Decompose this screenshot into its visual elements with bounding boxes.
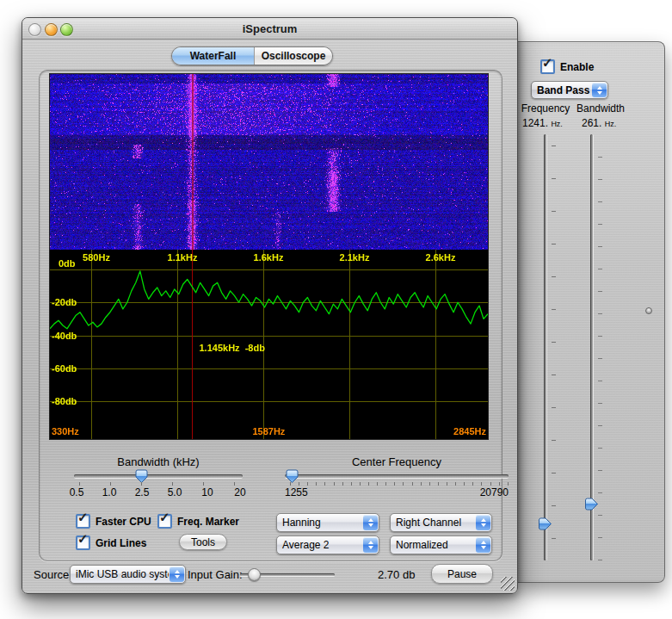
grid-lines-checkbox[interactable]: ✓ Grid Lines	[76, 535, 146, 550]
window-resize-grip[interactable]	[501, 577, 515, 591]
grid-lines-label: Grid Lines	[96, 537, 146, 549]
popup-arrows-icon	[170, 566, 184, 582]
channel-popup[interactable]: Right Channel	[390, 513, 492, 532]
source-label: Source:	[34, 568, 72, 581]
tab-waterfall[interactable]: WaterFall	[172, 47, 254, 65]
faster-cpu-checkbox[interactable]: ✓ Faster CPU	[76, 514, 151, 529]
checkbox-icon: ✓	[76, 514, 90, 529]
freq-marker-checkbox[interactable]: ✓ Freq. Marker	[157, 514, 239, 529]
spectrum-canvas[interactable]	[50, 250, 488, 439]
averaging-value: Average 2	[277, 539, 362, 551]
waterfall-canvas[interactable]	[50, 74, 488, 250]
input-gain-label: Input Gain:	[188, 568, 243, 581]
drawer-resize-knob[interactable]	[645, 307, 652, 314]
center-frequency-range-labels: 1255 20790	[285, 486, 509, 498]
bandwidth-tick-labels: 0.51.02.55.01020	[68, 486, 249, 498]
check-mark-icon: ✓	[77, 510, 89, 525]
filter-drawer: ✓ Enable Band Pass Frequency Bandwidth 1…	[515, 41, 665, 583]
checkbox-icon: ✓	[157, 514, 172, 529]
center-frequency-min: 1255	[285, 486, 308, 498]
content-panel: Bandwidth (kHz) 0.51.02.55.01020 Center …	[39, 70, 502, 561]
checkbox-icon: ✓	[76, 535, 90, 550]
pause-button[interactable]: Pause	[431, 564, 493, 584]
center-frequency-title: Center Frequency	[285, 455, 509, 468]
channel-value: Right Channel	[391, 517, 475, 529]
faster-cpu-label: Faster CPU	[96, 516, 151, 528]
center-frequency-max: 20790	[480, 486, 509, 498]
popup-arrows-icon	[476, 537, 490, 553]
popup-arrows-icon	[476, 515, 490, 530]
popup-arrows-icon	[363, 537, 378, 553]
input-gain-thumb[interactable]	[248, 568, 261, 581]
bandwidth-ticks	[79, 482, 235, 486]
main-window: iSpectrum WaterFall Oscilloscope Bandwid…	[22, 17, 518, 594]
averaging-popup[interactable]: Average 2	[276, 535, 379, 554]
titlebar: iSpectrum	[22, 18, 517, 40]
popup-arrows-icon	[363, 515, 378, 530]
check-mark-icon: ✓	[159, 510, 170, 525]
window-title: iSpectrum	[22, 22, 517, 35]
gain-value: 2.70 db	[378, 568, 415, 581]
center-frequency-ticks	[290, 482, 509, 486]
check-mark-icon: ✓	[77, 531, 89, 547]
source-value: iMic USB audio syster	[71, 568, 169, 580]
normalization-popup[interactable]: Normalized	[390, 535, 492, 554]
window-function-popup[interactable]: Hanning	[276, 513, 379, 532]
tab-oscilloscope[interactable]: Oscilloscope	[254, 47, 332, 65]
bandwidth-slider-title: Bandwidth (kHz)	[74, 455, 243, 468]
window-function-value: Hanning	[277, 517, 362, 529]
normalization-value: Normalized	[391, 539, 475, 551]
source-popup[interactable]: iMic USB audio syster	[70, 565, 186, 584]
freq-marker-label: Freq. Marker	[177, 516, 239, 528]
display-area	[49, 73, 489, 440]
tools-button[interactable]: Tools	[179, 534, 227, 550]
bandwidth-filter-slider-thumb[interactable]	[584, 498, 599, 511]
view-tabbar: WaterFall Oscilloscope	[171, 46, 333, 65]
bandwidth-slider-track[interactable]	[74, 474, 243, 478]
center-frequency-track[interactable]	[285, 474, 509, 478]
